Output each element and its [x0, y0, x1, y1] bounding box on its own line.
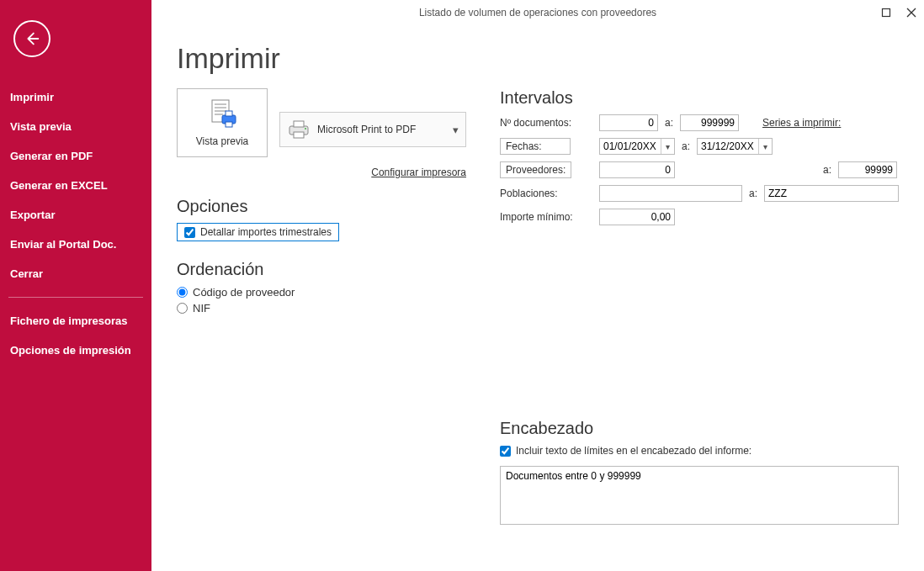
sidebar-item-label: Enviar al Portal Doc.	[10, 238, 116, 251]
svg-rect-3	[226, 111, 232, 116]
left-column: Vista previa Microsoft Print to PDF ▾	[177, 88, 466, 527]
date-to-input[interactable]	[698, 139, 758, 154]
sidebar-divider	[8, 297, 143, 298]
maximize-icon[interactable]	[879, 5, 894, 20]
ordering-heading: Ordenación	[177, 260, 466, 279]
sidebar-item-label: Opciones de impresión	[10, 344, 131, 357]
document-printer-icon	[205, 98, 239, 130]
chevron-down-icon: ▾	[453, 124, 459, 136]
detail-quarterly-checkbox[interactable]: Detallar importes trimestrales	[177, 223, 339, 241]
sidebar-item-cerrar[interactable]: Cerrar	[8, 259, 143, 288]
radio-nif[interactable]: NIF	[177, 302, 466, 315]
to-separator: a:	[749, 188, 757, 199]
svg-rect-0	[883, 9, 890, 17]
sidebar-item-label: Fichero de impresoras	[10, 315, 127, 327]
series-link[interactable]: Series a imprimir:	[762, 117, 841, 129]
svg-point-8	[305, 128, 306, 130]
to-separator: a:	[665, 117, 673, 129]
printer-icon	[287, 119, 311, 140]
to-separator: a:	[823, 164, 831, 176]
svg-rect-7	[294, 132, 304, 138]
towns-to-input[interactable]	[764, 185, 899, 202]
sidebar-item-fichero-impresoras[interactable]: Fichero de impresoras	[8, 306, 143, 336]
back-button[interactable]	[13, 20, 50, 57]
sidebar: Imprimir Vista previa Generar en PDF Gen…	[0, 0, 151, 571]
towns-label: Poblaciones:	[500, 188, 592, 199]
include-limits-input[interactable]	[500, 446, 511, 457]
radio-nif-input[interactable]	[177, 303, 188, 314]
sidebar-item-enviar-portal[interactable]: Enviar al Portal Doc.	[8, 230, 143, 259]
radio-codigo-label: Código de proveedor	[193, 286, 295, 299]
vista-previa-label: Vista previa	[196, 135, 248, 147]
doc-to-input[interactable]	[680, 114, 739, 131]
page-title: Imprimir	[177, 42, 899, 75]
doc-from-input[interactable]	[599, 114, 658, 131]
svg-rect-6	[294, 121, 304, 127]
sidebar-item-generar-excel[interactable]: Generar en EXCEL	[8, 171, 143, 200]
date-to-field[interactable]: ▾	[697, 138, 773, 155]
radio-codigo-input[interactable]	[177, 287, 188, 298]
detail-quarterly-input[interactable]	[184, 227, 195, 238]
doc-label: Nº documentos:	[500, 117, 592, 129]
main-content: Imprimir Vista previa	[151, 25, 924, 571]
include-limits-checkbox[interactable]: Incluir texto de límites en el encabezad…	[500, 445, 751, 457]
providers-button[interactable]: Proveedores:	[500, 161, 571, 178]
chevron-down-icon[interactable]: ▾	[758, 139, 772, 154]
dates-button[interactable]: Fechas:	[500, 138, 571, 155]
printer-selected-label: Microsoft Print to PDF	[317, 124, 446, 135]
header-textarea[interactable]	[500, 466, 899, 525]
providers-from-input[interactable]	[599, 161, 675, 178]
svg-rect-4	[226, 122, 232, 127]
close-icon[interactable]	[904, 5, 919, 20]
arrow-left-icon	[23, 29, 41, 48]
sidebar-item-generar-pdf[interactable]: Generar en PDF	[8, 141, 143, 171]
towns-from-input[interactable]	[599, 185, 742, 202]
intervals-heading: Intervalos	[500, 88, 899, 108]
titlebar: Listado de volumen de operaciones con pr…	[151, 0, 924, 25]
min-amount-input[interactable]	[599, 209, 675, 225]
to-separator: a:	[682, 140, 690, 152]
sidebar-item-label: Imprimir	[10, 91, 54, 103]
vista-previa-button[interactable]: Vista previa	[177, 88, 268, 157]
sidebar-item-label: Vista previa	[10, 120, 72, 133]
sidebar-item-label: Cerrar	[10, 267, 43, 280]
providers-to-input[interactable]	[838, 161, 897, 178]
configure-printer-link[interactable]: Configurar impresora	[371, 167, 466, 178]
sidebar-item-imprimir[interactable]: Imprimir	[8, 82, 143, 112]
sidebar-item-label: Generar en PDF	[10, 150, 93, 162]
sidebar-item-label: Generar en EXCEL	[10, 179, 108, 192]
window-controls	[879, 0, 919, 25]
date-from-input[interactable]	[600, 139, 661, 154]
sidebar-item-label: Exportar	[10, 209, 55, 221]
right-column: Intervalos Nº documentos: a: Series a im…	[500, 88, 899, 527]
radio-codigo-proveedor[interactable]: Código de proveedor	[177, 286, 466, 299]
chevron-down-icon[interactable]: ▾	[661, 139, 674, 154]
detail-quarterly-label: Detallar importes trimestrales	[200, 226, 332, 238]
sidebar-item-vista-previa[interactable]: Vista previa	[8, 112, 143, 141]
printer-dropdown[interactable]: Microsoft Print to PDF ▾	[279, 112, 466, 147]
options-heading: Opciones	[177, 197, 466, 216]
window-title: Listado de volumen de operaciones con pr…	[419, 7, 656, 19]
sidebar-item-opciones-impresion[interactable]: Opciones de impresión	[8, 336, 143, 365]
intervals-grid: Nº documentos: a: Series a imprimir: Fec…	[500, 114, 899, 225]
sidebar-item-exportar[interactable]: Exportar	[8, 200, 143, 230]
header-heading: Encabezado	[500, 419, 899, 438]
date-from-field[interactable]: ▾	[599, 138, 675, 155]
include-limits-label: Incluir texto de límites en el encabezad…	[516, 445, 751, 457]
radio-nif-label: NIF	[193, 302, 210, 315]
min-amount-label: Importe mínimo:	[500, 211, 592, 223]
